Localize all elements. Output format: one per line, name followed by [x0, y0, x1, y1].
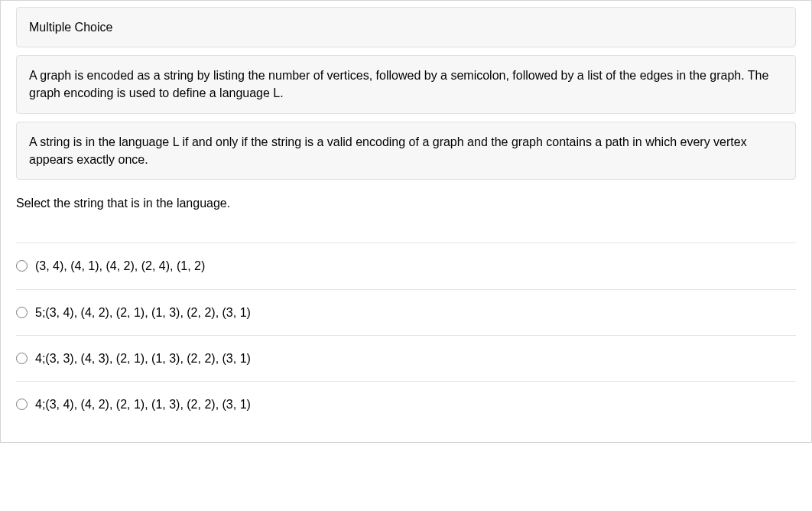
option-radio[interactable]: [16, 260, 28, 272]
question-type-label: Multiple Choice: [29, 18, 783, 36]
option-label: 4;(3, 4), (4, 2), (2, 1), (1, 3), (2, 2)…: [35, 397, 251, 412]
option-row[interactable]: 5;(3, 4), (4, 2), (2, 1), (1, 3), (2, 2)…: [16, 289, 796, 335]
option-row[interactable]: (3, 4), (4, 1), (4, 2), (2, 4), (1, 2): [16, 242, 796, 288]
context-panel-2: A string is in the language L if and onl…: [16, 122, 796, 180]
option-label: 5;(3, 4), (4, 2), (2, 1), (1, 3), (2, 2)…: [35, 305, 251, 320]
option-row[interactable]: 4;(3, 4), (4, 2), (2, 1), (1, 3), (2, 2)…: [16, 381, 796, 412]
option-radio[interactable]: [16, 307, 28, 318]
context-text-2: A string is in the language L if and onl…: [29, 133, 783, 168]
options-list: (3, 4), (4, 1), (4, 2), (2, 4), (1, 2) 5…: [16, 242, 796, 412]
option-row[interactable]: 4;(3, 3), (4, 3), (2, 1), (1, 3), (2, 2)…: [16, 335, 796, 381]
prompt-text: Select the string that is in the languag…: [16, 187, 796, 235]
option-radio[interactable]: [16, 399, 28, 410]
option-radio[interactable]: [16, 353, 28, 364]
option-label: 4;(3, 3), (4, 3), (2, 1), (1, 3), (2, 2)…: [35, 351, 251, 366]
context-text-1: A graph is encoded as a string by listin…: [29, 67, 783, 102]
question-container: Multiple Choice A graph is encoded as a …: [0, 0, 812, 443]
option-label: (3, 4), (4, 1), (4, 2), (2, 4), (1, 2): [35, 259, 205, 273]
title-panel: Multiple Choice: [16, 7, 796, 47]
context-panel-1: A graph is encoded as a string by listin…: [16, 55, 796, 113]
